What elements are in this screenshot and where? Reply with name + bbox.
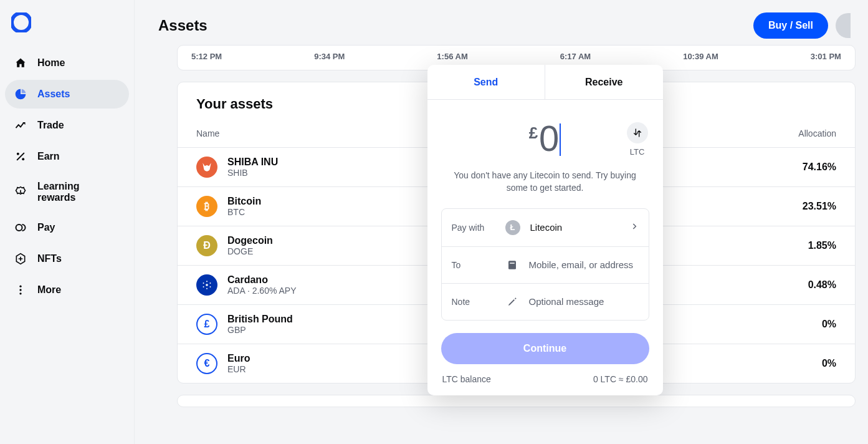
next-card-peek: [177, 395, 856, 407]
asset-allocation: 23.51%: [761, 201, 836, 212]
pay-icon: [14, 221, 27, 234]
gbp-coin-icon: £: [196, 314, 217, 335]
asset-allocation: 1.85%: [761, 240, 836, 251]
svg-point-14: [209, 286, 211, 287]
timeline-tick: 9:34 PM: [314, 52, 345, 61]
shib-coin-icon: [196, 157, 217, 178]
badge-icon: [14, 185, 27, 199]
balance-value: 0 LTC ≈ £0.00: [593, 374, 648, 384]
timeline-tick: 10:39 AM: [683, 52, 718, 61]
insufficient-balance-message: You don't have any Litecoin to send. Try…: [427, 164, 663, 208]
continue-button[interactable]: Continue: [441, 333, 649, 364]
amount-input[interactable]: £ 0: [529, 117, 561, 159]
pencil-icon: [505, 295, 519, 309]
col-allocation: Allocation: [761, 128, 836, 138]
percent-icon: [14, 150, 27, 163]
main-content: Assets Buy / Sell 5:12 PM 9:34 PM 1:56 A…: [134, 0, 868, 444]
ada-coin-icon: [196, 274, 217, 296]
asset-allocation: 0.48%: [761, 279, 836, 291]
sidebar-item-assets[interactable]: Assets: [5, 80, 129, 109]
text-caret-icon: [560, 123, 561, 156]
svg-point-7: [19, 292, 21, 294]
svg-point-10: [206, 288, 207, 289]
pay-with-label: Pay with: [452, 223, 495, 233]
balance-label: LTC balance: [442, 374, 491, 384]
sidebar-item-trade[interactable]: Trade: [5, 111, 129, 140]
asset-allocation: 0%: [761, 358, 836, 369]
timeline-tick: 6:17 AM: [560, 52, 591, 61]
sidebar-item-label: NFTs: [37, 253, 62, 264]
svg-rect-1: [19, 20, 24, 25]
sidebar-item-earn[interactable]: Earn: [5, 142, 129, 171]
to-placeholder: Mobile, email, or address: [529, 259, 639, 270]
note-label: Note: [452, 297, 495, 307]
sidebar-item-more[interactable]: More: [5, 276, 129, 304]
avatar[interactable]: [836, 13, 851, 38]
sidebar-item-label: Trade: [37, 120, 64, 131]
swap-currency-label: LTC: [630, 147, 645, 157]
svg-point-2: [17, 153, 19, 155]
timeline-tick: 5:12 PM: [191, 52, 222, 61]
timeline-tick: 3:01 PM: [811, 52, 841, 61]
svg-point-6: [19, 289, 21, 291]
sidebar-item-label: Home: [37, 57, 65, 69]
to-label: To: [452, 260, 495, 270]
note-placeholder: Optional message: [529, 296, 639, 307]
svg-rect-16: [510, 263, 515, 264]
page-title: Assets: [158, 17, 207, 34]
to-field[interactable]: To Mobile, email, or address: [442, 247, 649, 284]
svg-point-11: [203, 282, 204, 284]
svg-point-4: [16, 224, 22, 231]
pay-with-selector[interactable]: Pay with Ł Litecoin: [442, 209, 649, 247]
tab-send[interactable]: Send: [427, 65, 545, 99]
send-modal: Send Receive £ 0 LTC You don't have any …: [427, 65, 663, 395]
coinbase-logo-icon: [11, 12, 31, 32]
svg-point-13: [203, 286, 204, 287]
svg-point-5: [19, 286, 21, 287]
sidebar-item-label: Assets: [37, 89, 70, 100]
pie-chart-icon: [14, 87, 27, 101]
svg-rect-15: [508, 261, 516, 269]
eur-coin-icon: €: [196, 353, 217, 374]
note-field[interactable]: Note Optional message: [442, 284, 649, 320]
chevron-right-icon: [630, 222, 639, 233]
more-dots-icon: [14, 283, 27, 297]
svg-point-9: [206, 281, 207, 282]
sidebar-item-pay[interactable]: Pay: [5, 213, 129, 242]
svg-point-3: [22, 158, 24, 160]
swap-currency-button[interactable]: [627, 122, 648, 143]
asset-allocation: 74.16%: [761, 162, 836, 173]
pay-with-value: Litecoin: [530, 222, 620, 233]
buy-sell-button[interactable]: Buy / Sell: [753, 12, 828, 39]
svg-point-8: [206, 284, 208, 286]
sidebar-item-label: Earn: [37, 151, 60, 162]
sidebar-item-learning-rewards[interactable]: Learning rewards: [5, 173, 129, 211]
sidebar-item-home[interactable]: Home: [5, 49, 129, 77]
svg-point-12: [209, 282, 211, 284]
sidebar-item-label: Pay: [37, 222, 55, 233]
timeline-tick: 1:56 AM: [437, 52, 467, 61]
address-book-icon: [505, 258, 519, 272]
sidebar-item-label: More: [37, 284, 61, 296]
btc-coin-icon: ₿: [196, 196, 217, 217]
swap-icon: [632, 128, 642, 138]
asset-allocation: 0%: [761, 319, 836, 330]
amount-value: 0: [539, 117, 559, 159]
trade-icon: [14, 118, 27, 132]
hexagon-plus-icon: [14, 252, 27, 266]
sidebar: Home Assets Trade Earn Learning rewards …: [0, 0, 134, 444]
currency-symbol: £: [529, 123, 538, 143]
sidebar-item-label: Learning rewards: [37, 181, 120, 203]
litecoin-icon: Ł: [505, 220, 520, 235]
home-icon: [14, 56, 27, 70]
doge-coin-icon: Ð: [196, 235, 217, 256]
tab-receive[interactable]: Receive: [545, 65, 663, 99]
sidebar-item-nfts[interactable]: NFTs: [5, 244, 129, 273]
